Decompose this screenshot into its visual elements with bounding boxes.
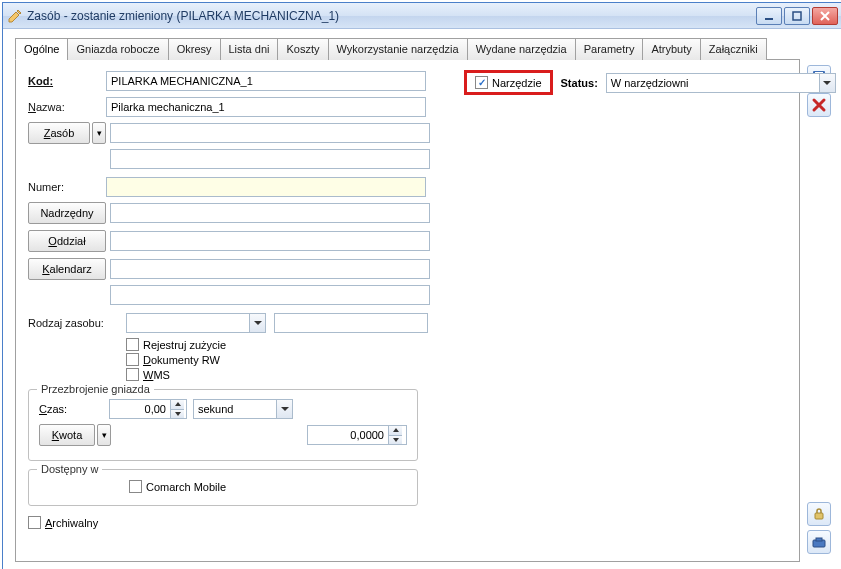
nazwa-input[interactable] [106,97,426,117]
narzedzie-highlight: Narzędzie [464,70,553,95]
minimize-button[interactable] [756,7,782,25]
narzedzie-label: Narzędzie [492,77,542,89]
lock-icon [811,506,827,522]
window-buttons [756,7,838,25]
lock-button[interactable] [807,502,831,526]
label-czas: Czas: [39,403,109,415]
chevron-down-icon[interactable] [276,400,292,418]
tab-wydane[interactable]: Wydane narzędzia [467,38,576,60]
archiwalny-checkbox[interactable] [28,516,41,529]
svg-rect-5 [815,513,823,519]
tab-content: Narzędzie Status: W narzędziowni Kod: Na… [15,60,800,562]
comarch-checkbox[interactable] [129,480,142,493]
window: Zasób - zostanie zmieniony (PILARKA MECH… [2,2,841,569]
chevron-up-icon [171,400,184,410]
zasob-input-2[interactable] [110,149,430,169]
delete-button[interactable] [807,93,831,117]
status-dropdown[interactable]: W narzędziowni [606,73,836,93]
czas-spin-buttons[interactable] [170,400,184,418]
close-button[interactable] [812,7,838,25]
tab-wykorzystanie[interactable]: Wykorzystanie narzędzia [328,38,468,60]
kwota-pick-button[interactable]: ▾ [97,424,111,446]
label-rodzaj: Rodzaj zasobu: [28,317,126,329]
zasob-pick-button[interactable]: ▾ [92,122,106,144]
przezbrojenie-legend: Przezbrojenie gniazda [37,383,154,395]
side-toolbar [804,37,834,562]
kalendarz-button[interactable]: Kalendarz [28,258,106,280]
tab-bar: Ogólne Gniazda robocze Okresy Lista dni … [15,37,800,60]
czas-unit-dropdown[interactable]: sekund [193,399,293,419]
window-title: Zasób - zostanie zmieniony (PILARKA MECH… [27,9,756,23]
numer-input[interactable] [106,177,426,197]
status-area: Narzędzie Status: W narzędziowni [464,70,836,95]
zasob-button[interactable]: Zasób [28,122,90,144]
toolbox-icon [811,534,827,550]
archiwalny-label: Archiwalny [45,517,98,529]
label-nazwa: Nazwa: [28,101,106,113]
tab-koszty[interactable]: Koszty [277,38,328,60]
rodzaj-dropdown[interactable] [126,313,266,333]
maximize-button[interactable] [784,7,810,25]
svg-rect-7 [816,538,822,541]
status-label: Status: [561,77,598,89]
wms-label: WMS [143,369,170,381]
dostepny-legend: Dostępny w [37,463,102,475]
dokumenty-label: Dokumenty RW [143,354,220,366]
czas-input[interactable] [110,400,170,418]
tab-ogolne[interactable]: Ogólne [15,38,68,60]
comarch-label: Comarch Mobile [146,481,226,493]
oddzial-button[interactable]: Oddział [28,230,106,252]
window-body: Ogólne Gniazda robocze Okresy Lista dni … [3,29,841,569]
status-value: W narzędziowni [607,77,819,89]
label-kod: Kod: [28,75,106,87]
pencil-icon [7,8,23,24]
tab-parametry[interactable]: Parametry [575,38,644,60]
chevron-up-icon [389,426,402,436]
label-numer: Numer: [28,181,106,193]
toolbox-button[interactable] [807,530,831,554]
kalendarz-input-2[interactable] [110,285,430,305]
rodzaj-input[interactable] [274,313,428,333]
chevron-down-icon [171,410,184,419]
czas-spinner[interactable] [109,399,187,419]
nadrzedny-button[interactable]: Nadrzędny [28,202,106,224]
rejestruj-label: Rejestruj zużycie [143,339,226,351]
kalendarz-input[interactable] [110,259,430,279]
zasob-input[interactable] [110,123,430,143]
kod-input[interactable] [106,71,426,91]
oddzial-input[interactable] [110,231,430,251]
wms-checkbox[interactable] [126,368,139,381]
przezbrojenie-group: Przezbrojenie gniazda Czas: seku [28,389,418,461]
svg-rect-1 [793,12,801,20]
kwota-spin-buttons[interactable] [388,426,402,444]
tab-okresy[interactable]: Okresy [168,38,221,60]
chevron-down-icon[interactable] [249,314,265,332]
tab-zalaczniki[interactable]: Załączniki [700,38,767,60]
titlebar: Zasób - zostanie zmieniony (PILARKA MECH… [3,3,841,29]
tab-lista-dni[interactable]: Lista dni [220,38,279,60]
x-icon [811,97,827,113]
kwota-input[interactable] [308,426,388,444]
kwota-button[interactable]: Kwota [39,424,95,446]
kwota-spinner[interactable] [307,425,407,445]
chevron-down-icon[interactable] [819,74,835,92]
main-column: Ogólne Gniazda robocze Okresy Lista dni … [15,37,800,562]
chevron-down-icon [389,436,402,445]
dostepny-group: Dostępny w Comarch Mobile [28,469,418,506]
tab-gniazda[interactable]: Gniazda robocze [67,38,168,60]
narzedzie-checkbox[interactable] [475,76,488,89]
dokumenty-checkbox[interactable] [126,353,139,366]
tab-atrybuty[interactable]: Atrybuty [642,38,700,60]
nadrzedny-input[interactable] [110,203,430,223]
rejestruj-checkbox[interactable] [126,338,139,351]
